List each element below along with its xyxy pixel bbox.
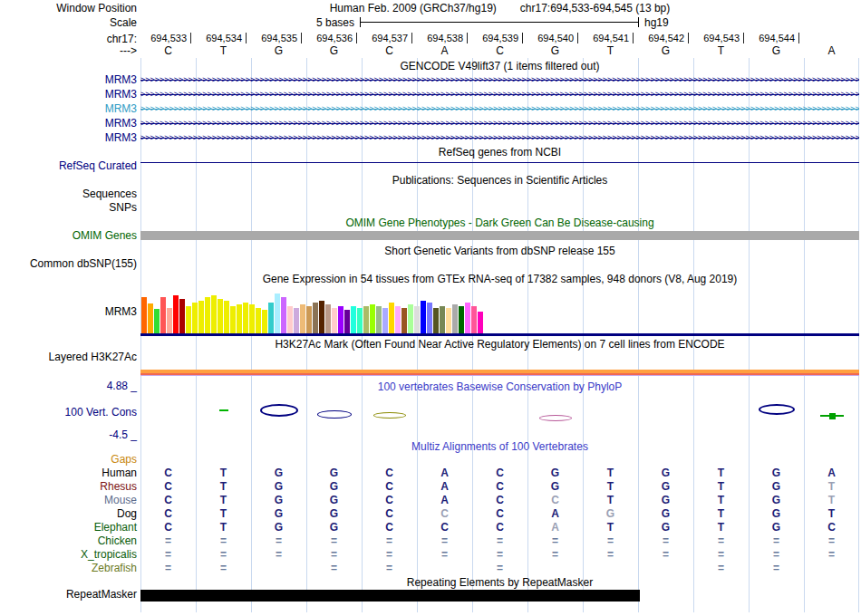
alignment-base: =	[196, 534, 251, 548]
conservation-peak-ellipse	[260, 404, 298, 417]
alignment-base: T	[693, 521, 749, 534]
alignment-base: G	[306, 494, 362, 507]
gene-track-label[interactable]: MRM3	[0, 117, 137, 130]
sequence-base: T	[196, 44, 251, 57]
gtex-tissue-bar	[294, 308, 299, 333]
gtex-tissue-bar	[440, 306, 445, 333]
transcript-strand-arrows: >>>>>>>>>>>>>>>>>>>>>>>>>>>>>>>>>>>>>>>>…	[140, 101, 859, 116]
track-label-refseq-curated[interactable]: RefSeq Curated	[0, 159, 137, 172]
refseq-track-title[interactable]: RefSeq genes from NCBI	[140, 146, 859, 159]
gene-transcript[interactable]: >>>>>>>>>>>>>>>>>>>>>>>>>>>>>>>>>>>>>>>>…	[140, 101, 859, 116]
alignment-base: C	[362, 521, 417, 534]
gtex-expression-bars[interactable]	[141, 292, 486, 333]
strand-direction-label: --->	[0, 44, 137, 57]
gtex-tissue-bar	[141, 297, 147, 333]
track-label-gtex-gene[interactable]: MRM3	[0, 305, 137, 318]
alignment-base: T	[804, 507, 859, 521]
alignment-base: T	[196, 521, 251, 534]
alignment-base: =	[306, 562, 362, 575]
track-label-omim-genes[interactable]: OMIM Genes	[0, 229, 137, 242]
track-label-snps[interactable]: SNPs	[0, 201, 137, 214]
genome-browser: Human Feb. 2009 (GRCh37/hg19)chr17:694,5…	[0, 0, 861, 616]
gene-transcript[interactable]: >>>>>>>>>>>>>>>>>>>>>>>>>>>>>>>>>>>>>>>>…	[140, 72, 859, 87]
scale-value: 5 bases	[140, 16, 354, 29]
alignment-base: T	[196, 467, 251, 480]
gene-track-label[interactable]: MRM3	[0, 88, 137, 101]
alignment-base: A	[527, 507, 583, 521]
alignment-base: C	[140, 480, 196, 494]
gene-transcript[interactable]: >>>>>>>>>>>>>>>>>>>>>>>>>>>>>>>>>>>>>>>>…	[140, 130, 859, 145]
track-label-common-dbsnp[interactable]: Common dbSNP(155)	[0, 257, 137, 270]
omim-genes-bar[interactable]	[140, 231, 859, 240]
track-label-gaps: Gaps	[0, 453, 137, 466]
ruler-position: 694,541	[583, 33, 634, 43]
conservation-peak-ellipse	[373, 412, 406, 419]
gtex-tissue-bar	[421, 301, 426, 333]
transcript-strand-arrows: >>>>>>>>>>>>>>>>>>>>>>>>>>>>>>>>>>>>>>>>…	[140, 130, 859, 145]
ruler-position: 694,539	[472, 33, 523, 43]
gtex-baseline	[140, 333, 859, 336]
alignment-base: =	[417, 534, 472, 548]
gene-transcript[interactable]: >>>>>>>>>>>>>>>>>>>>>>>>>>>>>>>>>>>>>>>>…	[140, 116, 859, 130]
gtex-tissue-bar	[471, 306, 477, 333]
gtex-tissue-bar	[160, 297, 166, 333]
ruler-position: 694,536	[306, 33, 357, 43]
conservation-mark	[219, 409, 228, 411]
omim-track-title[interactable]: OMIM Gene Phenotypes - Dark Green Can Be…	[140, 217, 859, 229]
species-label-elephant: Elephant	[0, 521, 137, 534]
phylop-track-title[interactable]: 100 vertebrates Basewise Conservation by…	[140, 380, 859, 393]
h3k27ac-band-3	[140, 375, 859, 376]
gtex-tissue-bar	[332, 308, 337, 333]
alignment-base: C	[140, 507, 196, 521]
species-label-zebrafish: Zebrafish	[0, 562, 137, 575]
alignment-base: =	[472, 548, 527, 562]
alignment-base: C	[472, 507, 527, 521]
sequence-base: C	[140, 44, 196, 57]
alignment-base: C	[472, 521, 527, 534]
alignment-base: =	[583, 534, 638, 548]
gene-track-label[interactable]: MRM3	[0, 73, 137, 86]
alignment-base: T	[196, 480, 251, 494]
gtex-tissue-bar	[401, 308, 407, 333]
alignment-base: G	[749, 507, 804, 521]
gtex-tissue-bar	[459, 306, 464, 333]
gene-track-label[interactable]: MRM3	[0, 102, 137, 115]
gene-transcript[interactable]: >>>>>>>>>>>>>>>>>>>>>>>>>>>>>>>>>>>>>>>>…	[140, 87, 859, 101]
alignment-base: T	[196, 507, 251, 521]
alignment-base: =	[196, 548, 251, 562]
sequence-base: G	[251, 44, 306, 57]
repeatmasker-track-title[interactable]: Repeating Elements by RepeatMasker	[140, 576, 859, 589]
gene-track-label[interactable]: MRM3	[0, 131, 137, 144]
repeatmasker-bar[interactable]	[140, 590, 640, 602]
alignment-base: =	[749, 548, 804, 562]
alignment-base: C	[362, 467, 417, 480]
phylop-max-value: 4.88 _	[0, 380, 137, 392]
gtex-tissue-bar	[287, 306, 293, 333]
alignment-base: =	[693, 534, 749, 548]
h3k27ac-track-title[interactable]: H3K27Ac Mark (Often Found Near Active Re…	[140, 338, 859, 351]
alignment-base: =	[804, 548, 859, 562]
species-label-chicken: Chicken	[0, 534, 137, 548]
alignment-base: C	[362, 507, 417, 521]
gtex-track-title[interactable]: Gene Expression in 54 tissues from GTEx …	[140, 273, 859, 285]
alignment-base: T	[583, 494, 638, 507]
alignment-base: =	[749, 534, 804, 548]
track-label-layered-h3k27ac[interactable]: Layered H3K27Ac	[0, 351, 137, 363]
track-label-100-vert-cons[interactable]: 100 Vert. Cons	[0, 406, 137, 419]
alignment-base: G	[306, 521, 362, 534]
assembly-title: Human Feb. 2009 (GRCh37/hg19)	[330, 2, 497, 14]
alignment-base: G	[583, 507, 638, 521]
track-label-sequences[interactable]: Sequences	[0, 188, 137, 200]
refseq-curated-line[interactable]	[140, 162, 859, 163]
alignment-base: =	[527, 534, 583, 548]
gencode-track-title[interactable]: GENCODE V49lift37 (1 items filtered out)	[140, 60, 859, 72]
publications-track-title[interactable]: Publications: Sequences in Scientific Ar…	[140, 174, 859, 187]
dbsnp-track-title[interactable]: Short Genetic Variants from dbSNP releas…	[140, 245, 859, 257]
conservation-track[interactable]	[140, 396, 859, 438]
alignment-base: G	[306, 507, 362, 521]
multiz-track-title[interactable]: Multiz Alignments of 100 Vertebrates	[140, 440, 859, 453]
sequence-base: G	[306, 44, 362, 57]
species-label-rhesus: Rhesus	[0, 480, 137, 494]
track-label-repeatmasker[interactable]: RepeatMasker	[0, 588, 137, 601]
alignment-base: C	[140, 467, 196, 480]
